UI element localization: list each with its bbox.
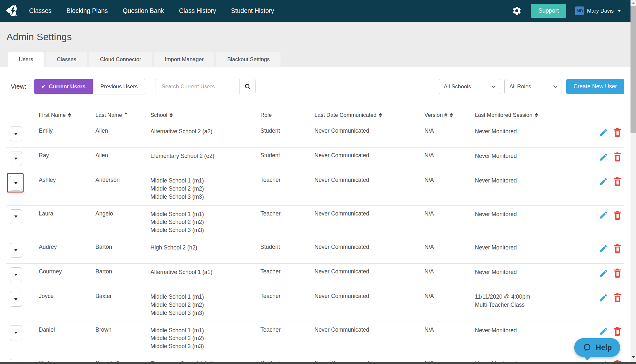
horizontal-scrollbar[interactable] xyxy=(0,362,636,364)
trash-icon xyxy=(613,244,622,253)
user-menu[interactable]: MD Mary Davis xyxy=(575,6,621,15)
tab-users[interactable]: Users xyxy=(8,52,44,67)
role-cell: Student xyxy=(260,152,314,159)
search-input[interactable] xyxy=(156,79,239,94)
previous-users-toggle[interactable]: Previous Users xyxy=(93,79,145,94)
settings-gear-icon[interactable] xyxy=(512,6,522,16)
column-header-last-name[interactable]: Last Name xyxy=(95,112,150,118)
trash-icon xyxy=(613,127,622,137)
version-cell: N/A xyxy=(424,244,475,250)
support-button[interactable]: Support xyxy=(531,4,566,18)
delete-user-button[interactable] xyxy=(613,268,622,278)
row-expand-button[interactable] xyxy=(10,127,22,141)
school-cell: Alternative School 1 (a1) xyxy=(150,268,260,276)
pencil-icon xyxy=(599,128,608,137)
edit-user-button[interactable] xyxy=(599,127,608,137)
pencil-icon xyxy=(599,177,608,186)
column-header-school[interactable]: School xyxy=(150,112,260,118)
caret-down-icon xyxy=(14,298,17,301)
search-icon xyxy=(244,83,251,90)
scrollbar-thumb[interactable] xyxy=(631,6,636,133)
top-navbar: ClassesBlocking PlansQuestion BankClass … xyxy=(0,0,631,22)
create-new-user-button[interactable]: Create New User xyxy=(566,79,624,94)
edit-user-button[interactable] xyxy=(599,293,608,303)
delete-user-button[interactable] xyxy=(613,127,622,137)
last-name-cell: Allen xyxy=(95,127,150,134)
column-header-first-name[interactable]: First Name xyxy=(39,112,95,118)
chat-bubble-icon xyxy=(583,343,592,352)
last-date-communicated-cell: Never Communicated xyxy=(314,177,424,183)
edit-user-button[interactable] xyxy=(599,268,608,278)
tab-import-manager[interactable]: Import Manager xyxy=(154,52,214,67)
role-cell: Teacher xyxy=(260,177,314,183)
schools-filter-select[interactable]: All Schools xyxy=(439,79,500,94)
delete-user-button[interactable] xyxy=(613,177,622,186)
last-name-cell: Barton xyxy=(95,244,150,250)
delete-user-button[interactable] xyxy=(613,244,622,253)
scroll-up-button[interactable] xyxy=(631,0,636,6)
last-date-communicated-cell: Never Communicated xyxy=(314,152,424,159)
version-cell: N/A xyxy=(424,210,475,217)
column-header-last-date-communicated[interactable]: Last Date Communicated xyxy=(314,112,424,118)
trash-icon xyxy=(613,210,622,220)
current-users-toggle[interactable]: ✔ Current Users xyxy=(34,79,93,94)
version-cell: N/A xyxy=(424,177,475,183)
last-date-communicated-cell: Never Communicated xyxy=(314,210,424,217)
scroll-down-button[interactable] xyxy=(631,356,636,358)
roles-filter-select[interactable]: All Roles xyxy=(504,79,562,94)
nav-item-question-bank[interactable]: Question Bank xyxy=(123,7,164,15)
table-row: EmilyAllenAlternative School 2 (a2)Stude… xyxy=(6,123,624,147)
view-label: View: xyxy=(11,83,27,90)
delete-user-button[interactable] xyxy=(613,152,622,162)
last-monitored-session-cell: Never Monitored xyxy=(475,326,597,335)
tab-classes[interactable]: Classes xyxy=(46,52,87,67)
last-name-cell: Allen xyxy=(95,152,150,159)
row-expand-button[interactable] xyxy=(10,176,22,191)
trash-icon xyxy=(613,326,622,336)
row-expand-button[interactable] xyxy=(10,325,22,340)
last-monitored-session-cell: Never Monitored xyxy=(475,152,597,160)
edit-user-button[interactable] xyxy=(599,244,608,253)
last-monitored-session-cell: Never Monitored xyxy=(475,268,597,276)
search-button[interactable] xyxy=(239,79,255,94)
edit-user-button[interactable] xyxy=(599,152,608,162)
delete-user-button[interactable] xyxy=(613,210,622,220)
delete-user-button[interactable] xyxy=(613,326,622,336)
tab-cloud-connector[interactable]: Cloud Connector xyxy=(89,52,152,67)
row-expand-button[interactable] xyxy=(10,267,22,282)
search-box xyxy=(156,79,256,94)
last-monitored-session-cell: Never Monitored xyxy=(475,210,597,218)
nav-item-student-history[interactable]: Student History xyxy=(231,7,274,15)
nav-item-blocking-plans[interactable]: Blocking Plans xyxy=(66,7,108,15)
user-table-body: EmilyAllenAlternative School 2 (a2)Stude… xyxy=(6,123,624,364)
row-expand-button[interactable] xyxy=(10,243,22,258)
row-expand-button[interactable] xyxy=(10,292,22,307)
user-name: Mary Davis xyxy=(587,8,614,14)
nav-menu: ClassesBlocking PlansQuestion BankClass … xyxy=(29,7,274,15)
row-expand-button[interactable] xyxy=(10,151,22,166)
edit-user-button[interactable] xyxy=(599,326,608,336)
nav-item-classes[interactable]: Classes xyxy=(29,7,51,15)
main-content: View: ✔ Current Users Previous Users All… xyxy=(0,67,636,364)
app-logo-icon[interactable] xyxy=(5,4,19,18)
chevron-down-icon xyxy=(618,10,621,12)
column-header-version-num[interactable]: Version # xyxy=(424,112,475,118)
last-date-communicated-cell: Never Communicated xyxy=(314,244,424,250)
column-header-last-monitored-session[interactable]: Last Monitored Session xyxy=(475,112,597,118)
delete-user-button[interactable] xyxy=(613,293,622,303)
trash-icon xyxy=(613,177,622,186)
last-date-communicated-cell: Never Communicated xyxy=(314,268,424,275)
last-date-communicated-cell: Never Communicated xyxy=(314,326,424,333)
sort-icon xyxy=(450,113,453,118)
help-button[interactable]: Help xyxy=(574,338,620,357)
nav-item-class-history[interactable]: Class History xyxy=(179,7,216,15)
row-expand-button[interactable] xyxy=(10,209,22,224)
chevron-down-icon xyxy=(553,84,557,88)
first-name-cell: Ray xyxy=(39,152,95,159)
edit-user-button[interactable] xyxy=(599,210,608,220)
edit-user-button[interactable] xyxy=(599,177,608,186)
version-cell: N/A xyxy=(424,326,475,333)
school-cell: Middle School 1 (m1)Middle School 2 (m2)… xyxy=(150,293,260,317)
tab-blackout-settings[interactable]: Blackout Settings xyxy=(216,52,280,67)
sort-icon xyxy=(68,113,71,118)
